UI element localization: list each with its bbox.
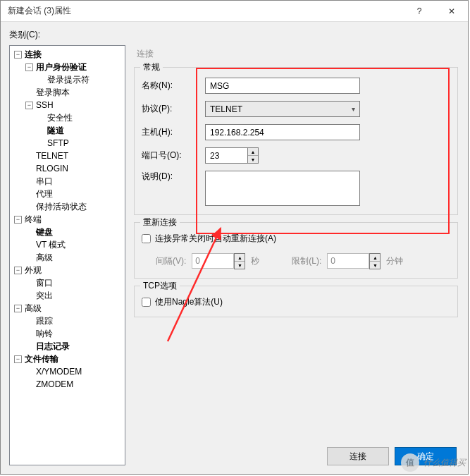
auto-reconnect-input[interactable]	[142, 234, 151, 243]
spin-down-icon: ▼	[370, 262, 380, 269]
spin-down-icon[interactable]: ▼	[248, 156, 258, 163]
general-legend: 常规	[140, 61, 163, 73]
tree-collapse-icon[interactable]: −	[25, 102, 33, 109]
protocol-value: TELNET	[210, 104, 242, 114]
settings-pane: 连接 常规 名称(N): 协议(P): TELNET	[132, 45, 459, 465]
tree-item-serial[interactable]: 串口	[36, 176, 53, 188]
tree-item-auth[interactable]: 用户身份验证	[36, 61, 87, 73]
tree-item-telnet[interactable]: TELNET	[36, 151, 68, 161]
description-input[interactable]	[205, 171, 360, 206]
window-title: 新建会话 (3)属性	[8, 5, 403, 17]
category-label: 类别(C):	[9, 29, 459, 41]
tree-item-keepalive[interactable]: 保持活动状态	[36, 201, 87, 213]
nagle-input[interactable]	[142, 298, 151, 307]
limit-input	[327, 253, 369, 269]
limit-label: 限制(L):	[292, 255, 321, 267]
auto-reconnect-checkbox[interactable]: 连接异常关闭时自动重新连接(A)	[142, 233, 450, 245]
port-input[interactable]	[205, 147, 247, 164]
tree-item-ssh[interactable]: SSH	[36, 100, 54, 110]
watermark: 值 什么值得买	[401, 453, 466, 472]
tree-item-sftp[interactable]: SFTP	[47, 138, 69, 148]
tree-item-vt[interactable]: VT 模式	[36, 239, 66, 251]
help-icon: ?	[417, 6, 422, 16]
port-label: 端口号(O):	[142, 149, 205, 161]
tree-item-trace[interactable]: 跟踪	[36, 315, 53, 327]
tree-item-login-script[interactable]: 登录脚本	[36, 87, 70, 99]
protocol-label: 协议(P):	[142, 103, 205, 115]
tree-item-zmodem[interactable]: ZMODEM	[36, 379, 73, 389]
tree-item-appearance[interactable]: 外观	[25, 264, 42, 276]
tree-item-keyboard[interactable]: 键盘	[36, 226, 53, 238]
tree-item-advanced[interactable]: 高级	[36, 252, 53, 264]
host-input[interactable]	[205, 124, 360, 140]
nagle-label: 使用Nagle算法(U)	[155, 296, 223, 308]
interval-stepper: ▲▼	[192, 253, 245, 269]
general-group: 常规 名称(N): 协议(P): TELNET ▾ 主机(H):	[134, 67, 458, 215]
tree-item-security[interactable]: 安全性	[47, 112, 73, 124]
protocol-select[interactable]: TELNET ▾	[205, 101, 360, 117]
tree-item-tunnel[interactable]: 隧道	[47, 125, 64, 137]
close-button[interactable]: ✕	[435, 1, 468, 21]
tree-collapse-icon[interactable]: −	[14, 355, 22, 363]
spin-down-icon: ▼	[235, 262, 245, 269]
chevron-down-icon: ▾	[352, 105, 355, 113]
limit-stepper: ▲▼	[327, 253, 381, 269]
watermark-text: 什么值得买	[423, 457, 466, 469]
interval-label: 间隔(V):	[156, 255, 186, 267]
tree-item-xymodem[interactable]: X/YMODEM	[36, 367, 82, 377]
reconnect-legend: 重新连接	[140, 216, 180, 228]
nagle-checkbox[interactable]: 使用Nagle算法(U)	[142, 296, 450, 308]
tree-item-window[interactable]: 窗口	[36, 277, 53, 289]
port-stepper[interactable]: ▲▼	[205, 147, 259, 164]
tcp-group: TCP选项 使用Nagle算法(U)	[134, 286, 458, 317]
tree-item-filetransfer[interactable]: 文件传输	[25, 353, 58, 365]
tree-item-log[interactable]: 日志记录	[36, 341, 70, 353]
tree-item-connection[interactable]: 连接	[25, 49, 42, 61]
tree-item-rlogin[interactable]: RLOGIN	[36, 164, 68, 173]
reconnect-group: 重新连接 连接异常关闭时自动重新连接(A) 间隔(V): ▲▼ 秒 限制(L	[134, 222, 458, 279]
tree-item-highlight[interactable]: 突出	[36, 290, 53, 302]
connect-button[interactable]: 连接	[327, 447, 389, 465]
tree-item-terminal[interactable]: 终端	[25, 214, 42, 226]
tree-collapse-icon[interactable]: −	[14, 216, 22, 224]
titlebar: 新建会话 (3)属性 ? ✕	[1, 1, 468, 22]
name-input[interactable]	[205, 78, 360, 94]
properties-dialog: 新建会话 (3)属性 ? ✕ 类别(C): −连接 −用户身份验证 登录提示符	[0, 0, 469, 475]
tree-item-login-prompt[interactable]: 登录提示符	[47, 74, 89, 86]
tree-collapse-icon[interactable]: −	[14, 305, 22, 312]
close-icon: ✕	[448, 6, 455, 16]
min-label: 分钟	[386, 255, 403, 267]
tree-collapse-icon[interactable]: −	[14, 267, 22, 274]
interval-input	[192, 253, 234, 269]
spin-up-icon: ▲	[235, 254, 245, 262]
auto-reconnect-label: 连接异常关闭时自动重新连接(A)	[155, 233, 276, 245]
watermark-badge-icon: 值	[401, 453, 419, 472]
spin-up-icon: ▲	[370, 254, 380, 262]
spin-up-icon[interactable]: ▲	[248, 148, 258, 156]
tcp-legend: TCP选项	[140, 280, 180, 292]
desc-label: 说明(D):	[142, 171, 205, 183]
tree-item-bell[interactable]: 响铃	[36, 328, 53, 340]
help-button[interactable]: ?	[403, 1, 435, 21]
name-label: 名称(N):	[142, 80, 205, 92]
pane-title: 连接	[132, 45, 459, 67]
sec-label: 秒	[251, 255, 259, 267]
host-label: 主机(H):	[142, 126, 205, 138]
tree-collapse-icon[interactable]: −	[14, 51, 22, 59]
tree-collapse-icon[interactable]: −	[25, 63, 33, 71]
tree-item-proxy[interactable]: 代理	[36, 188, 53, 200]
category-tree[interactable]: −连接 −用户身份验证 登录提示符 登录脚本 −SSH	[9, 45, 125, 465]
tree-item-advanced-group[interactable]: 高级	[25, 303, 42, 315]
